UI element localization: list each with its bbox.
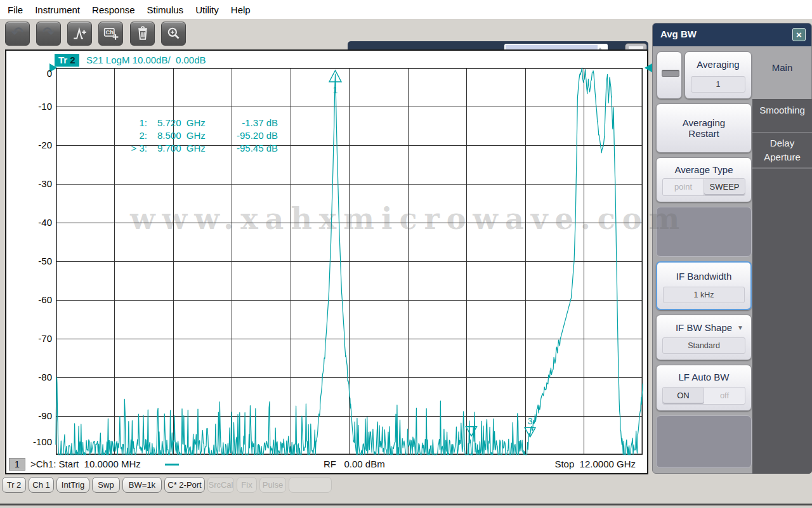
dropdown-arrow-icon: ▼ (737, 324, 743, 331)
averaging-restart-button[interactable]: Averaging Restart (656, 103, 752, 153)
y-tick--80: -80 (6, 372, 52, 382)
status-button-fix[interactable]: Fix (237, 477, 257, 493)
delete-trace-button[interactable] (130, 22, 155, 46)
window-bottom-edge (0, 504, 812, 505)
y-tick--90: -90 (6, 410, 52, 421)
status-button-ch-1[interactable]: Ch 1 (29, 477, 54, 493)
if-bw-shape-button[interactable]: IF BW Shape ▼ Standard (656, 315, 752, 360)
averaging-toggle-button[interactable] (657, 51, 682, 99)
average-type-button[interactable]: Average Type point SWEEP (656, 157, 752, 202)
trace-color-dash-icon (165, 464, 179, 466)
delete-trace-icon (134, 25, 151, 42)
ref-level-right-icon (645, 63, 652, 72)
lf-auto-bw-toggle[interactable]: ON off (662, 387, 745, 405)
tab-delay-aperture-line2[interactable]: Aperture (752, 152, 812, 162)
tab-main[interactable]: Main (752, 62, 812, 73)
stop-frequency-label: Stop 12.0000 GHz (554, 459, 636, 469)
y-tick--30: -30 (6, 178, 52, 189)
vna-application-window: FileInstrumentResponseStimulusUtilityHel… (0, 0, 812, 508)
marker-readout-row-3: > 3:9.700 GHz-95.45 dB (103, 143, 278, 155)
menu-item-file[interactable]: File (8, 4, 23, 15)
trace-title: S21 LogM 10.00dB/ 0.00dB (86, 55, 206, 65)
avg-bw-panel: Avg BW × Averaging 1 Averaging Restart A… (652, 23, 812, 474)
close-icon[interactable]: × (792, 28, 806, 41)
channel-number-badge: 1 (9, 458, 25, 471)
if-bandwidth-button[interactable]: IF Bandwidth 1 kHz (656, 261, 752, 310)
menu-item-utility[interactable]: Utility (195, 4, 219, 15)
tab-smoothing[interactable]: Smoothing (752, 105, 812, 115)
add-trace-icon (72, 25, 88, 42)
status-button-blank[interactable] (289, 477, 332, 493)
chart-area: Tr2 S21 LogM 10.00dB/ 0.00dB 0-10-20-30-… (5, 49, 648, 474)
panel-title-bar: Avg BW × (653, 23, 811, 46)
y-tick-0: 0 (6, 68, 52, 79)
undo-button[interactable]: ↶ (5, 22, 30, 46)
menu-item-stimulus[interactable]: Stimulus (147, 4, 184, 15)
redo-button[interactable]: ↷ (36, 22, 61, 46)
y-tick--60: -60 (6, 294, 52, 305)
averaging-button[interactable]: Averaging 1 (684, 51, 752, 99)
tab-delay-aperture[interactable]: Delay (752, 138, 812, 148)
redo-icon: ↷ (43, 25, 55, 40)
rf-power-label: RF 0.00 dBm (324, 459, 385, 469)
blank-softkey-1 (656, 207, 752, 257)
status-button-srccal[interactable]: SrcCal (207, 477, 234, 493)
status-button-swp[interactable]: Swp (92, 477, 120, 493)
lf-auto-bw-button[interactable]: LF Auto BW ON off (656, 365, 752, 411)
y-tick--40: -40 (6, 217, 52, 228)
averaging-led-icon (662, 70, 679, 77)
add-channel-icon: Ch (103, 25, 119, 42)
status-button-c-2-port[interactable]: C* 2-Port (164, 477, 205, 493)
marker-readout-row-1: 1:5.720 GHz-1.37 dB (103, 117, 278, 130)
channel-footer: 1 >Ch1: Start 10.0000 MHz RF 0.00 dBm St… (6, 455, 647, 473)
add-channel-button[interactable]: Ch (98, 22, 123, 46)
panel-title: Avg BW (660, 29, 697, 39)
add-trace-button[interactable] (67, 22, 92, 46)
svg-text:Ch: Ch (105, 29, 114, 36)
start-frequency-label: >Ch1: Start 10.0000 MHz (30, 459, 141, 469)
menu-item-response[interactable]: Response (92, 4, 135, 15)
status-button-inttrig[interactable]: IntTrig (56, 477, 89, 493)
status-button-bw-1k[interactable]: BW=1k (122, 477, 162, 493)
zoom-button[interactable] (161, 22, 186, 46)
y-tick--100: -100 (6, 436, 52, 447)
marker-1-label: 1 (333, 85, 338, 95)
y-tick--20: -20 (6, 140, 52, 150)
status-bar: Tr 2Ch 1IntTrigSwpBW=1kC* 2-PortSrcCalFi… (2, 477, 332, 493)
trace-badge[interactable]: Tr2 (55, 54, 79, 67)
blank-softkey-2 (656, 415, 752, 468)
averaging-value: 1 (691, 76, 745, 93)
y-tick--10: -10 (6, 101, 52, 112)
keypad-icon (629, 46, 643, 49)
marker-readout-row-2: 2:8.500 GHz-95.20 dB (103, 130, 278, 143)
y-tick--50: -50 (6, 256, 52, 266)
status-button-pulse[interactable]: Pulse (259, 477, 286, 493)
marker-3-label: 3 (528, 416, 533, 426)
undo-icon: ↶ (11, 25, 23, 40)
y-tick--70: -70 (6, 333, 52, 344)
menu-item-instrument[interactable]: Instrument (35, 4, 80, 15)
menu-item-help[interactable]: Help (231, 4, 251, 15)
status-button-tr-2[interactable]: Tr 2 (2, 477, 26, 493)
if-bandwidth-value: 1 kHz (663, 287, 745, 303)
if-bw-shape-value: Standard (662, 337, 745, 354)
average-type-toggle[interactable]: point SWEEP (662, 178, 745, 196)
zoom-icon (166, 25, 182, 42)
menu-bar: FileInstrumentResponseStimulusUtilityHel… (0, 0, 812, 19)
